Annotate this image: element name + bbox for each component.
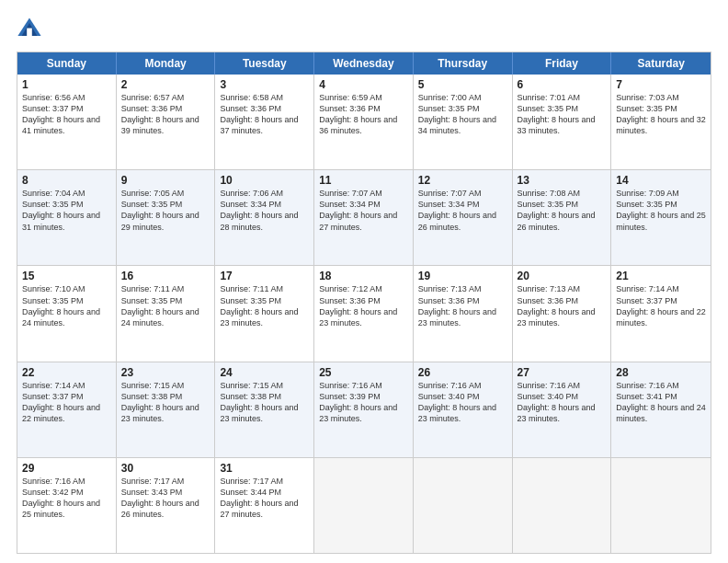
header — [17, 17, 711, 42]
day-number: 17 — [220, 270, 309, 282]
day-info: Sunrise: 7:11 AMSunset: 3:35 PMDaylight:… — [121, 284, 199, 327]
day-cell-23: 23 Sunrise: 7:15 AMSunset: 3:38 PMDaylig… — [117, 362, 216, 457]
day-info: Sunrise: 7:06 AMSunset: 3:34 PMDaylight:… — [220, 189, 298, 231]
day-info: Sunrise: 7:14 AMSunset: 3:37 PMDaylight:… — [616, 284, 706, 327]
day-cell-25: 25 Sunrise: 7:16 AMSunset: 3:39 PMDaylig… — [314, 362, 414, 457]
day-info: Sunrise: 7:15 AMSunset: 3:38 PMDaylight:… — [121, 381, 199, 423]
day-cell-9: 9 Sunrise: 7:05 AMSunset: 3:35 PMDayligh… — [117, 170, 216, 265]
day-info: Sunrise: 6:56 AMSunset: 3:37 PMDaylight:… — [22, 93, 100, 135]
day-cell-2: 2 Sunrise: 6:57 AMSunset: 3:36 PMDayligh… — [117, 75, 216, 169]
weekday-header-wednesday: Wednesday — [314, 52, 414, 75]
day-info: Sunrise: 7:00 AMSunset: 3:35 PMDaylight:… — [418, 93, 496, 135]
day-cell-26: 26 Sunrise: 7:16 AMSunset: 3:40 PMDaylig… — [414, 362, 513, 457]
day-number: 6 — [518, 78, 607, 91]
weekday-header-friday: Friday — [513, 52, 612, 75]
day-number: 23 — [121, 366, 210, 379]
day-number: 30 — [121, 462, 210, 475]
calendar: SundayMondayTuesdayWednesdayThursdayFrid… — [17, 52, 711, 554]
day-info: Sunrise: 6:59 AMSunset: 3:36 PMDaylight:… — [319, 93, 397, 135]
empty-cell — [513, 458, 612, 553]
day-info: Sunrise: 7:16 AMSunset: 3:39 PMDaylight:… — [319, 381, 397, 423]
day-info: Sunrise: 7:04 AMSunset: 3:35 PMDaylight:… — [22, 189, 100, 231]
day-number: 21 — [616, 270, 706, 282]
day-cell-16: 16 Sunrise: 7:11 AMSunset: 3:35 PMDaylig… — [117, 266, 216, 361]
logo-icon — [17, 17, 42, 42]
day-info: Sunrise: 7:11 AMSunset: 3:35 PMDaylight:… — [220, 284, 298, 327]
day-number: 9 — [121, 174, 210, 187]
day-info: Sunrise: 7:16 AMSunset: 3:40 PMDaylight:… — [418, 381, 496, 423]
weekday-header-saturday: Saturday — [611, 52, 711, 75]
day-number: 7 — [616, 78, 706, 91]
calendar-week-3: 15 Sunrise: 7:10 AMSunset: 3:35 PMDaylig… — [17, 266, 711, 362]
day-cell-11: 11 Sunrise: 7:07 AMSunset: 3:34 PMDaylig… — [314, 170, 414, 265]
day-number: 31 — [220, 462, 309, 475]
day-cell-27: 27 Sunrise: 7:16 AMSunset: 3:40 PMDaylig… — [513, 362, 612, 457]
day-info: Sunrise: 7:17 AMSunset: 3:43 PMDaylight:… — [121, 477, 199, 519]
day-cell-6: 6 Sunrise: 7:01 AMSunset: 3:35 PMDayligh… — [513, 75, 612, 169]
weekday-header-thursday: Thursday — [414, 52, 513, 75]
day-number: 28 — [616, 366, 706, 379]
calendar-week-2: 8 Sunrise: 7:04 AMSunset: 3:35 PMDayligh… — [17, 170, 711, 266]
day-number: 20 — [518, 270, 607, 282]
day-number: 13 — [518, 174, 607, 187]
day-cell-7: 7 Sunrise: 7:03 AMSunset: 3:35 PMDayligh… — [611, 75, 711, 169]
day-cell-15: 15 Sunrise: 7:10 AMSunset: 3:35 PMDaylig… — [17, 266, 117, 361]
day-cell-10: 10 Sunrise: 7:06 AMSunset: 3:34 PMDaylig… — [215, 170, 314, 265]
day-info: Sunrise: 7:16 AMSunset: 3:41 PMDaylight:… — [616, 381, 706, 423]
day-number: 27 — [518, 366, 607, 379]
day-cell-18: 18 Sunrise: 7:12 AMSunset: 3:36 PMDaylig… — [314, 266, 414, 361]
day-number: 15 — [22, 270, 111, 282]
day-cell-22: 22 Sunrise: 7:14 AMSunset: 3:37 PMDaylig… — [17, 362, 117, 457]
day-info: Sunrise: 7:10 AMSunset: 3:35 PMDaylight:… — [22, 284, 100, 327]
calendar-week-5: 29 Sunrise: 7:16 AMSunset: 3:42 PMDaylig… — [17, 458, 711, 553]
day-info: Sunrise: 6:58 AMSunset: 3:36 PMDaylight:… — [220, 93, 298, 135]
day-number: 1 — [22, 78, 111, 91]
day-number: 29 — [22, 462, 111, 475]
day-cell-29: 29 Sunrise: 7:16 AMSunset: 3:42 PMDaylig… — [17, 458, 117, 553]
day-cell-14: 14 Sunrise: 7:09 AMSunset: 3:35 PMDaylig… — [611, 170, 711, 265]
day-number: 3 — [220, 78, 309, 91]
calendar-week-4: 22 Sunrise: 7:14 AMSunset: 3:37 PMDaylig… — [17, 362, 711, 458]
day-number: 5 — [418, 78, 507, 91]
day-cell-12: 12 Sunrise: 7:07 AMSunset: 3:34 PMDaylig… — [414, 170, 513, 265]
svg-rect-2 — [27, 29, 32, 36]
day-number: 11 — [319, 174, 408, 187]
day-number: 18 — [319, 270, 408, 282]
empty-cell — [611, 458, 711, 553]
day-cell-20: 20 Sunrise: 7:13 AMSunset: 3:36 PMDaylig… — [513, 266, 612, 361]
day-info: Sunrise: 7:13 AMSunset: 3:36 PMDaylight:… — [518, 284, 596, 327]
day-cell-31: 31 Sunrise: 7:17 AMSunset: 3:44 PMDaylig… — [215, 458, 314, 553]
day-info: Sunrise: 7:01 AMSunset: 3:35 PMDaylight:… — [518, 93, 596, 135]
day-cell-17: 17 Sunrise: 7:11 AMSunset: 3:35 PMDaylig… — [215, 266, 314, 361]
day-cell-28: 28 Sunrise: 7:16 AMSunset: 3:41 PMDaylig… — [611, 362, 711, 457]
logo — [17, 17, 46, 42]
day-info: Sunrise: 7:15 AMSunset: 3:38 PMDaylight:… — [220, 381, 298, 423]
day-info: Sunrise: 7:16 AMSunset: 3:40 PMDaylight:… — [518, 381, 596, 423]
day-number: 10 — [220, 174, 309, 187]
day-number: 19 — [418, 270, 507, 282]
day-cell-1: 1 Sunrise: 6:56 AMSunset: 3:37 PMDayligh… — [17, 75, 117, 169]
day-number: 4 — [319, 78, 408, 91]
day-number: 2 — [121, 78, 210, 91]
day-info: Sunrise: 7:16 AMSunset: 3:42 PMDaylight:… — [22, 477, 100, 519]
day-cell-8: 8 Sunrise: 7:04 AMSunset: 3:35 PMDayligh… — [17, 170, 117, 265]
weekday-header-tuesday: Tuesday — [215, 52, 314, 75]
day-info: Sunrise: 7:14 AMSunset: 3:37 PMDaylight:… — [22, 381, 100, 423]
day-cell-5: 5 Sunrise: 7:00 AMSunset: 3:35 PMDayligh… — [414, 75, 513, 169]
day-number: 14 — [616, 174, 706, 187]
day-cell-21: 21 Sunrise: 7:14 AMSunset: 3:37 PMDaylig… — [611, 266, 711, 361]
day-info: Sunrise: 7:07 AMSunset: 3:34 PMDaylight:… — [319, 189, 397, 231]
day-cell-30: 30 Sunrise: 7:17 AMSunset: 3:43 PMDaylig… — [117, 458, 216, 553]
day-cell-3: 3 Sunrise: 6:58 AMSunset: 3:36 PMDayligh… — [215, 75, 314, 169]
day-info: Sunrise: 7:13 AMSunset: 3:36 PMDaylight:… — [418, 284, 496, 327]
day-number: 25 — [319, 366, 408, 379]
day-number: 26 — [418, 366, 507, 379]
day-info: Sunrise: 7:08 AMSunset: 3:35 PMDaylight:… — [518, 189, 596, 231]
empty-cell — [314, 458, 414, 553]
day-info: Sunrise: 7:17 AMSunset: 3:44 PMDaylight:… — [220, 477, 298, 519]
day-cell-13: 13 Sunrise: 7:08 AMSunset: 3:35 PMDaylig… — [513, 170, 612, 265]
day-number: 16 — [121, 270, 210, 282]
day-info: Sunrise: 7:12 AMSunset: 3:36 PMDaylight:… — [319, 284, 397, 327]
calendar-header: SundayMondayTuesdayWednesdayThursdayFrid… — [17, 52, 711, 75]
day-info: Sunrise: 7:09 AMSunset: 3:35 PMDaylight:… — [616, 189, 706, 231]
